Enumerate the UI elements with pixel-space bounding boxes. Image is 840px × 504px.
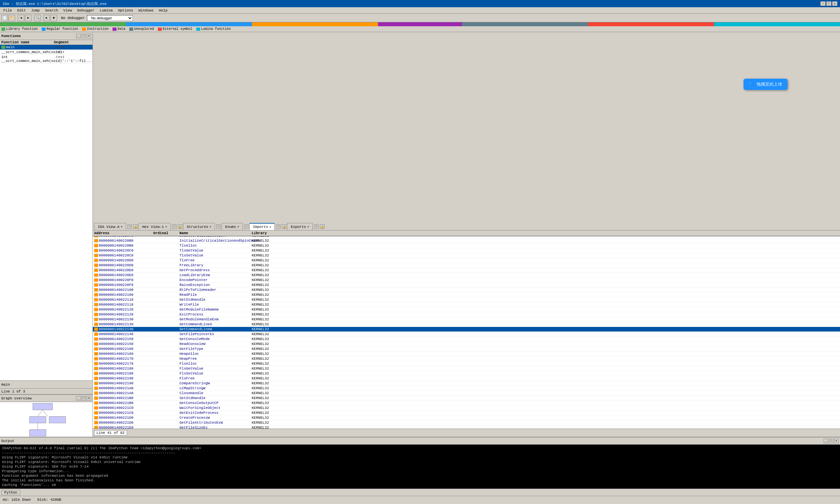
graph-float-btn[interactable]: □ bbox=[81, 396, 86, 401]
menu-view[interactable]: View bbox=[62, 8, 74, 13]
tb-back[interactable]: ◀ bbox=[18, 15, 24, 21]
tb-search[interactable]: 🔍 bbox=[34, 15, 41, 21]
import-row[interactable]: 0000000140022140GetCommandLineWKERNEL32 bbox=[93, 327, 840, 332]
import-row[interactable]: 0000000140022100RtlPcToFileHeaderKERNEL3… bbox=[93, 288, 840, 292]
tb-stop[interactable]: ■ bbox=[51, 15, 57, 21]
ida-view-a-lock[interactable]: 🔒 bbox=[133, 224, 138, 229]
import-row[interactable]: 00000001400220F0EncodePointerKERNEL32 bbox=[93, 278, 840, 283]
import-row[interactable]: 00000001400220F8RaiseExceptionKERNEL32 bbox=[93, 283, 840, 288]
tab-hex-view-1-close[interactable]: ✕ bbox=[165, 225, 167, 229]
output-float-btn[interactable]: □ bbox=[829, 439, 834, 443]
import-row[interactable]: 00000001400221C8GetExitCodeProcessKERNEL… bbox=[93, 411, 840, 415]
hex-view-lock[interactable]: 🔒 bbox=[178, 224, 182, 229]
tab-imports[interactable]: Imports ✕ bbox=[249, 223, 275, 230]
import-row[interactable]: 0000000140022170HeapFreeKERNEL32 bbox=[93, 357, 840, 361]
upload-overlay-button[interactable]: 🔷 拖拽至此上传 bbox=[743, 79, 788, 90]
tab-structures-close[interactable]: ✕ bbox=[210, 225, 211, 229]
import-row[interactable]: 0000000140022120GetModuleFileNameWKERNEL… bbox=[93, 307, 840, 312]
tab-exports[interactable]: Exports ✕ bbox=[287, 223, 313, 230]
import-row[interactable]: 0000000140022128ExitProcessKERNEL32 bbox=[93, 312, 840, 317]
menu-file[interactable]: File bbox=[1, 8, 14, 13]
function-row-int[interactable]: int __scrt_common_main_seh(void)'::'1'::… bbox=[0, 55, 92, 64]
import-row[interactable]: 00000001400221C0WaitForSingleObjectKERNE… bbox=[93, 406, 840, 411]
tab-exports-close[interactable]: ✕ bbox=[308, 225, 309, 229]
tb-open[interactable]: 📂 bbox=[8, 15, 15, 21]
import-row[interactable]: 00000001400220B8TlsAllocKERNEL32 bbox=[93, 243, 840, 248]
tb-forward[interactable]: ▶ bbox=[25, 15, 32, 21]
import-row[interactable]: 00000001400221A8CloseHandleKERNEL32 bbox=[93, 391, 840, 396]
tab-enums[interactable]: Enums ✕ bbox=[222, 223, 243, 230]
function-row-scrt[interactable]: __scrt_common_main_seh(void) .text bbox=[0, 50, 92, 55]
import-row[interactable]: 00000001400221B8GetConsoleOutputCPKERNEL… bbox=[93, 401, 840, 406]
import-row[interactable]: 00000001400221D8GetFileAttributesExWKERN… bbox=[93, 420, 840, 425]
imports-lock[interactable]: 🔒 bbox=[282, 224, 286, 229]
tab-imports-close[interactable]: ✕ bbox=[269, 225, 271, 229]
menu-lumina[interactable]: Lumina bbox=[98, 8, 115, 13]
tab-enums-close[interactable]: ✕ bbox=[237, 225, 239, 229]
imports-col-header: Address Ordinal Name Library bbox=[93, 231, 840, 236]
enums-ctrl[interactable]: □ bbox=[244, 224, 249, 229]
python-tab[interactable]: Python bbox=[1, 490, 20, 495]
graph-minimize-btn[interactable]: _ bbox=[76, 396, 81, 401]
menu-search[interactable]: Search bbox=[43, 8, 60, 13]
import-row[interactable]: 00000001400220D0TlsFreeKERNEL32 bbox=[93, 258, 840, 263]
import-row[interactable]: 0000000140022190FlsFreeKERNEL32 bbox=[93, 376, 840, 381]
import-row[interactable]: 0000000140022130GetModuleHandleExWKERNEL… bbox=[93, 317, 840, 322]
menu-debugger[interactable]: Debugger bbox=[75, 8, 97, 13]
function-row-main[interactable]: main .text bbox=[0, 45, 92, 50]
import-row[interactable]: 00000001400221D0CreateProcessWKERNEL32 bbox=[93, 415, 840, 420]
functions-float-btn[interactable]: □ bbox=[81, 34, 86, 38]
hex-view-ctrl[interactable]: □ bbox=[172, 224, 177, 229]
import-row[interactable]: 00000001400220C0TlsGetValueKERNEL32 bbox=[93, 248, 840, 253]
exports-lock[interactable]: 🔒 bbox=[320, 224, 325, 229]
ida-view-a-ctrl[interactable]: □ bbox=[127, 224, 132, 229]
imports-tab-group: Imports ✕ □ 🔒 bbox=[249, 223, 287, 230]
import-row[interactable]: 0000000140022188FlsSetValueKERNEL32 bbox=[93, 371, 840, 376]
exports-ctrl[interactable]: □ bbox=[314, 224, 319, 229]
import-row[interactable]: 00000001400221A0LCMapStringWKERNEL32 bbox=[93, 386, 840, 391]
functions-close-btn[interactable]: ✕ bbox=[87, 34, 91, 38]
import-row[interactable]: 0000000140022180FlsGetValueKERNEL32 bbox=[93, 366, 840, 371]
menu-jump[interactable]: Jump bbox=[29, 8, 42, 13]
import-row[interactable]: 0000000140022150GetConsoleModeKERNEL32 bbox=[93, 337, 840, 342]
import-row[interactable]: 00000001400221B0SetStdHandleKERNEL32 bbox=[93, 396, 840, 401]
menu-windows[interactable]: Windows bbox=[137, 8, 156, 13]
import-row[interactable]: 0000000140022108ReadFileKERNEL32 bbox=[93, 292, 840, 298]
import-row[interactable]: 0000000140022148SetFilePointerExKERNEL32 bbox=[93, 332, 840, 337]
import-row[interactable]: 00000001400220E0GetProcAddressKERNEL32 bbox=[93, 268, 840, 273]
output-minimize-btn[interactable]: _ bbox=[824, 439, 828, 443]
tab-ida-view-a[interactable]: IDA View-A ✕ bbox=[94, 223, 126, 230]
import-row[interactable]: 00000001400220B0InitializeCriticalSectio… bbox=[93, 238, 840, 243]
menu-edit[interactable]: Edit bbox=[15, 8, 28, 13]
import-row[interactable]: 00000001400221E0GetFileSizeExKERNEL32 bbox=[93, 425, 840, 429]
maximize-button[interactable]: □ bbox=[826, 1, 832, 6]
import-row[interactable]: 0000000140022110GetStdHandleKERNEL32 bbox=[93, 298, 840, 302]
menu-options[interactable]: Options bbox=[116, 8, 135, 13]
import-row[interactable]: 0000000140022118WriteFileKERNEL32 bbox=[93, 302, 840, 307]
import-row[interactable]: 0000000140022160GetFileTypeKERNEL32 bbox=[93, 347, 840, 352]
minimize-button[interactable]: ─ bbox=[820, 1, 826, 6]
output-close-btn[interactable]: ✕ bbox=[834, 439, 839, 443]
close-button[interactable]: ✕ bbox=[832, 1, 837, 6]
debugger-select[interactable]: No debugger bbox=[87, 15, 133, 21]
tb-run[interactable]: ▶ bbox=[43, 15, 50, 21]
import-row[interactable]: 00000001400220E8LoadLibraryExWKERNEL32 bbox=[93, 273, 840, 278]
import-icon bbox=[94, 357, 98, 360]
graph-close-btn[interactable]: ✕ bbox=[87, 396, 91, 401]
import-row[interactable]: 00000001400220D8FreeLibraryKERNEL32 bbox=[93, 263, 840, 268]
import-row[interactable]: 0000000140022158ReadConsoleWKERNEL32 bbox=[93, 342, 840, 347]
tab-ida-view-a-close[interactable]: ✕ bbox=[121, 225, 122, 229]
import-row[interactable]: 0000000140022138GetCommandLineAKERNEL32 bbox=[93, 322, 840, 327]
menu-help[interactable]: Help bbox=[157, 8, 169, 13]
imports-ctrl[interactable]: □ bbox=[276, 224, 281, 229]
import-row[interactable]: 0000000140022178FlsAllocKERNEL32 bbox=[93, 361, 840, 366]
functions-minimize-btn[interactable]: _ bbox=[76, 34, 81, 38]
import-row[interactable]: 00000001400220C8TlsSetValueKERNEL32 bbox=[93, 253, 840, 258]
structures-ctrl[interactable]: □ bbox=[216, 224, 221, 229]
import-row[interactable]: 0000000140022198CompareStringWKERNEL32 bbox=[93, 381, 840, 386]
tb-new[interactable]: 📄 bbox=[1, 15, 8, 21]
tab-structures[interactable]: Structures ✕ bbox=[183, 223, 215, 230]
import-row[interactable]: 0000000140022168HeapAllocKERNEL32 bbox=[93, 352, 840, 357]
tab-hex-view-1[interactable]: Hex View-1 ✕ bbox=[138, 223, 170, 230]
functions-line-info: Line 1 of 3 bbox=[0, 388, 92, 394]
